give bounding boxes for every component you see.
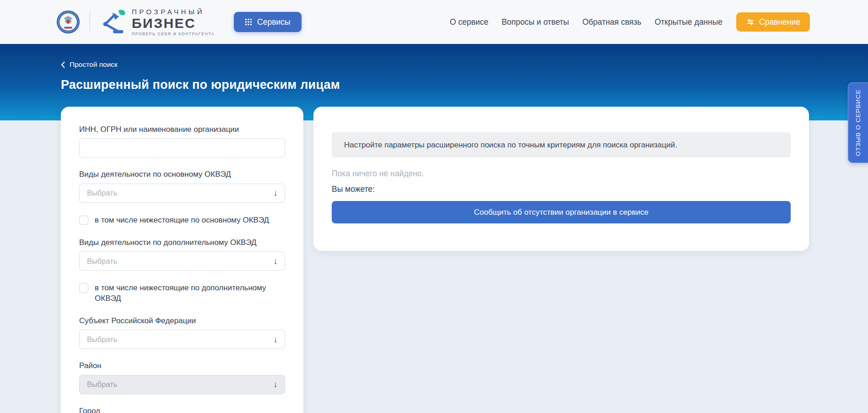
nav-about-service[interactable]: О сервисе <box>450 17 488 27</box>
main-content: ИНН, ОГРН или наименование организации В… <box>0 107 868 413</box>
checkbox-label[interactable]: в том числе нижестоящие по дополнительно… <box>95 283 285 304</box>
service-feedback-tab-label: ОТЗЫВ О СЕРВИСЕ <box>855 89 862 156</box>
services-button-label: Сервисы <box>257 17 291 27</box>
arrow-down-icon: ↓ <box>274 257 278 266</box>
region-select[interactable]: Выбрать ↓ <box>79 330 285 349</box>
search-form-card: ИНН, ОГРН или наименование организации В… <box>61 107 303 413</box>
main-nav: О сервисе Вопросы и ответы Обратная связ… <box>450 17 722 27</box>
compare-arrows-icon <box>746 18 755 26</box>
okved-main-select[interactable]: Выбрать ↓ <box>79 184 285 203</box>
select-placeholder: Выбрать <box>87 380 117 389</box>
field-label-district: Район <box>79 361 285 370</box>
page-title: Расширенный поиск по юридическим лицам <box>61 78 807 92</box>
field-okved-main: Виды деятельности по основному ОКВЭД Выб… <box>79 170 285 202</box>
checkbox-label[interactable]: в том числе нижестоящие по основному ОКВ… <box>95 215 269 226</box>
inn-ogrn-name-input[interactable] <box>79 138 285 158</box>
field-district: Район Выбрать ↓ <box>79 361 285 394</box>
field-city: Город Выбрать ↓ <box>79 407 285 413</box>
brand-line1: ПРОЗРАЧНЫЙ <box>132 8 215 15</box>
field-okved-additional: Виды деятельности по дополнительному ОКВ… <box>79 238 285 271</box>
district-select-disabled: Выбрать ↓ <box>79 375 285 394</box>
brand-tagline: ПРОВЕРЬ СЕБЯ И КОНТРАГЕНТА <box>132 32 215 36</box>
brand-line2: БИЗНЕС <box>132 16 215 30</box>
okved-additional-select[interactable]: Выбрать ↓ <box>79 251 285 271</box>
logo-divider <box>90 12 90 32</box>
services-button[interactable]: Сервисы <box>234 12 302 32</box>
search-hint-box: Настройте параметры расширенного поиска … <box>332 132 791 158</box>
brand-text: ПРОЗРАЧНЫЙ БИЗНЕС ПРОВЕРЬ СЕБЯ И КОНТРАГ… <box>132 8 215 36</box>
okved-main-children-checkbox[interactable] <box>79 216 88 225</box>
field-region: Субъект Российской Федерации Выбрать ↓ <box>79 316 285 349</box>
nav-questions-answers[interactable]: Вопросы и ответы <box>501 17 569 27</box>
nav-feedback[interactable]: Обратная связь <box>582 17 642 27</box>
grid-icon <box>245 18 252 26</box>
field-label-inn: ИНН, ОГРН или наименование организации <box>79 125 285 134</box>
okved-additional-children-checkbox[interactable] <box>79 283 88 293</box>
compare-button-label: Сравнение <box>759 17 800 27</box>
field-label-okved-additional: Виды деятельности по дополнительному ОКВ… <box>79 238 285 247</box>
arrow-down-icon: ↓ <box>274 380 278 389</box>
empty-results-message: Пока ничего не найдено. <box>332 169 791 179</box>
select-placeholder: Выбрать <box>87 189 117 197</box>
arrow-down-icon: ↓ <box>274 189 278 197</box>
nav-open-data[interactable]: Открытые данные <box>655 17 722 27</box>
arrow-down-icon: ↓ <box>274 335 278 344</box>
field-label-city: Город <box>79 407 285 413</box>
checkbox-row-okved-main-children: в том числе нижестоящие по основному ОКВ… <box>79 215 285 226</box>
select-placeholder: Выбрать <box>87 257 117 266</box>
back-link-label: Простой поиск <box>70 60 118 69</box>
back-link-simple-search[interactable]: Простой поиск <box>61 60 118 69</box>
field-inn-ogrn-name: ИНН, ОГРН или наименование организации <box>79 125 285 158</box>
checkbox-row-okved-additional-children: в том числе нижестоящие по дополнительно… <box>79 283 285 304</box>
results-panel: Настройте параметры расширенного поиска … <box>313 107 809 251</box>
select-placeholder: Выбрать <box>87 335 117 344</box>
report-missing-organization-button[interactable]: Сообщить об отсутствии организации в сер… <box>332 201 791 223</box>
lamp-logo-icon <box>100 9 127 35</box>
compare-button[interactable]: Сравнение <box>736 12 810 32</box>
you-can-label: Вы можете: <box>332 185 791 194</box>
chevron-left-icon <box>61 61 65 68</box>
federal-tax-service-emblem-icon <box>56 10 80 34</box>
field-label-okved-main: Виды деятельности по основному ОКВЭД <box>79 170 285 179</box>
logo[interactable]: ПРОЗРАЧНЫЙ БИЗНЕС ПРОВЕРЬ СЕБЯ И КОНТРАГ… <box>56 8 215 36</box>
field-label-region: Субъект Российской Федерации <box>79 316 285 326</box>
top-header: ПРОЗРАЧНЫЙ БИЗНЕС ПРОВЕРЬ СЕБЯ И КОНТРАГ… <box>0 0 868 44</box>
service-feedback-tab[interactable]: ОТЗЫВ О СЕРВИСЕ <box>848 82 868 163</box>
